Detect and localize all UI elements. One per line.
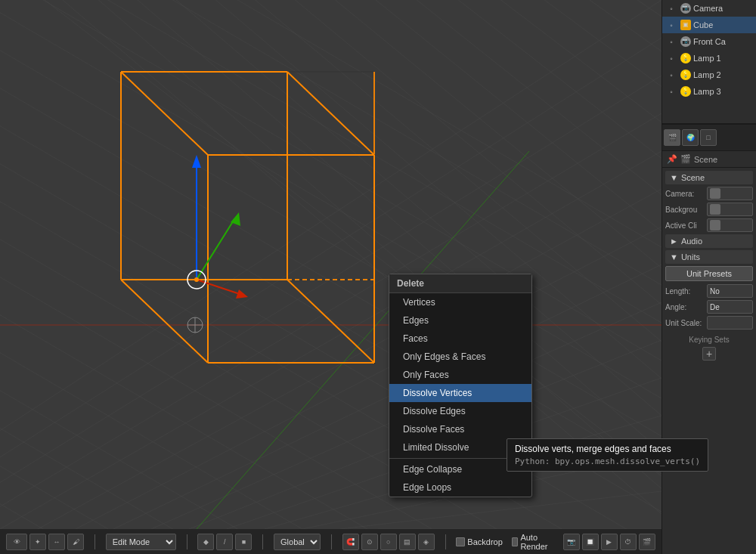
- backdrop-check[interactable]: Backdrop: [456, 537, 502, 546]
- outliner-item-cube[interactable]: ◦ ▣ Cube: [662, 17, 756, 33]
- audio-expand-icon: ►: [670, 237, 678, 246]
- transform-btn[interactable]: ↔: [48, 534, 65, 550]
- unitscale-field-label: Unit Scale:: [665, 319, 707, 327]
- audio-section-label: Audio: [681, 237, 702, 246]
- outliner-frontcam-label: Front Ca: [693, 37, 726, 46]
- svg-point-82: [194, 277, 199, 282]
- background-field-label: Backgrou: [665, 206, 707, 214]
- menu-item-dissolve-vertices[interactable]: Dissolve Vertices: [389, 384, 531, 402]
- audio-section-header[interactable]: ► Audio: [665, 234, 753, 248]
- scene-fields: Camera: Backgrou Active Cli: [665, 187, 753, 232]
- angle-field-value[interactable]: De: [707, 300, 753, 314]
- separator-2: [187, 534, 187, 549]
- sculpt-btn[interactable]: 🖌: [67, 534, 84, 550]
- activecli-field-label: Active Cli: [665, 221, 707, 230]
- menu-item-dissolve-faces[interactable]: Dissolve Faces: [389, 420, 531, 438]
- length-field-label: Length:: [665, 287, 707, 296]
- background-field: Backgrou: [665, 203, 753, 216]
- length-field-value[interactable]: No: [707, 284, 753, 298]
- auto-render-checkbox[interactable]: [512, 537, 519, 546]
- unitscale-field-value[interactable]: [707, 316, 753, 330]
- outliner-lamp3-label: Lamp 3: [693, 87, 721, 96]
- view-menu-btn[interactable]: 👁: [6, 534, 27, 550]
- tooltip-python: Python: bpy.ops.mesh.dissolve_verts(): [515, 457, 700, 466]
- outliner-item-lamp2[interactable]: ◦ 💡 Lamp 2: [662, 67, 756, 83]
- activecli-field-value[interactable]: [707, 218, 753, 232]
- unitscale-field: Unit Scale:: [665, 316, 753, 330]
- outliner-cube-label: Cube: [693, 20, 713, 29]
- vertex-btn[interactable]: ◆: [197, 534, 214, 550]
- menu-item-only-edges-faces[interactable]: Only Edges & Faces: [389, 348, 531, 366]
- properties-tabs: 🎬 🌍 □: [662, 125, 756, 151]
- outliner-item-frontcam[interactable]: ◦ 📷 Front Ca: [662, 33, 756, 50]
- units-section-header[interactable]: ▼ Units: [665, 250, 753, 264]
- angle-field: Angle: De: [665, 300, 753, 314]
- tooltip: Dissolve verts, merge edges and faces Py…: [507, 438, 708, 472]
- scene-collapse-icon: ▼: [670, 173, 678, 182]
- units-collapse-icon: ▼: [670, 252, 678, 262]
- scene-section-header[interactable]: ▼ Scene: [665, 171, 753, 184]
- separator-5: [445, 534, 446, 549]
- outliner-item-lamp1[interactable]: ◦ 💡 Lamp 1: [662, 50, 756, 67]
- cube-expand-icon: ◦: [665, 19, 677, 31]
- auto-render-label: Auto Render: [520, 533, 551, 551]
- keying-sets-add: +: [665, 347, 753, 361]
- menu-item-only-faces[interactable]: Only Faces: [389, 366, 531, 384]
- world-tab[interactable]: 🌍: [682, 129, 699, 146]
- menu-item-vertices[interactable]: Vertices: [389, 293, 531, 311]
- units-fields: Unit Presets Length: No Angle: De Unit S…: [665, 266, 753, 330]
- select-btn[interactable]: ✦: [29, 534, 46, 550]
- camera-field: Camera:: [665, 187, 753, 200]
- mode-select[interactable]: Edit Mode Object Mode: [106, 534, 176, 550]
- scene-bar: 📌 🎬 Scene: [662, 151, 756, 168]
- pivot-select[interactable]: Global: [274, 534, 321, 550]
- camera-btn[interactable]: 📷: [563, 534, 580, 550]
- pin-icon: 📌: [667, 154, 677, 164]
- face-btn[interactable]: ■: [235, 534, 252, 550]
- snap-btn[interactable]: 🧲: [342, 534, 359, 550]
- add-keying-set-btn[interactable]: +: [702, 347, 716, 361]
- mesh-btn[interactable]: ▤: [399, 534, 416, 550]
- auto-render-check[interactable]: Auto Render: [512, 533, 551, 551]
- length-field: Length: No: [665, 284, 753, 298]
- edge-btn[interactable]: /: [216, 534, 233, 550]
- snap2-btn[interactable]: ⊙: [361, 534, 378, 550]
- unit-presets-button[interactable]: Unit Presets: [665, 266, 753, 281]
- outliner-lamp1-label: Lamp 1: [693, 54, 721, 63]
- menu-item-edge-loops[interactable]: Edge Loops: [389, 478, 531, 497]
- outliner-camera-label: Camera: [693, 4, 723, 13]
- menu-item-edges[interactable]: Edges: [389, 311, 531, 330]
- anim-btn[interactable]: ▶: [601, 534, 618, 550]
- lamp2-expand-icon: ◦: [665, 69, 677, 81]
- camera-field-value[interactable]: [707, 187, 753, 200]
- object-tab[interactable]: □: [700, 129, 717, 146]
- separator-3: [262, 534, 263, 549]
- render-btn[interactable]: 🔲: [582, 534, 599, 550]
- outliner: ◦ 📷 Camera ◦ ▣ Cube ◦ 📷 Front Ca ◦ 💡 Lam…: [662, 0, 756, 125]
- scene-tab[interactable]: 🎬: [664, 129, 680, 146]
- tooltip-title: Dissolve verts, merge edges and faces: [515, 444, 700, 454]
- scene-btn[interactable]: 🎬: [639, 534, 655, 550]
- frontcam-expand-icon: ◦: [665, 36, 677, 48]
- bottom-bar: 👁 ✦ ↔ 🖌 Edit Mode Object Mode ◆ / ■ Glob…: [0, 529, 662, 554]
- properties-content: ▼ Scene Camera: Backgrou Active Cli: [662, 168, 756, 554]
- outliner-lamp2-label: Lamp 2: [693, 70, 721, 79]
- lamp1-expand-icon: ◦: [665, 52, 677, 64]
- menu-item-dissolve-edges[interactable]: Dissolve Edges: [389, 402, 531, 420]
- prop-edit-btn[interactable]: ○: [380, 534, 397, 550]
- keying-sets-label: Keying Sets: [665, 336, 753, 344]
- outliner-item-camera[interactable]: ◦ 📷 Camera: [662, 0, 756, 17]
- backdrop-checkbox[interactable]: [456, 537, 465, 546]
- lamp3-expand-icon: ◦: [665, 85, 677, 97]
- outliner-item-lamp3[interactable]: ◦ 💡 Lamp 3: [662, 83, 756, 100]
- background-field-value[interactable]: [707, 203, 753, 216]
- overlay-btn[interactable]: ◈: [418, 534, 435, 550]
- scene-icon: 🎬: [680, 154, 691, 164]
- context-menu-header: Delete: [389, 274, 531, 293]
- backdrop-label: Backdrop: [467, 537, 502, 546]
- camera-expand-icon: ◦: [665, 2, 677, 14]
- timeline-btn[interactable]: ⏱: [620, 534, 637, 550]
- menu-item-faces[interactable]: Faces: [389, 330, 531, 348]
- activecli-field: Active Cli: [665, 218, 753, 232]
- angle-field-label: Angle:: [665, 303, 707, 311]
